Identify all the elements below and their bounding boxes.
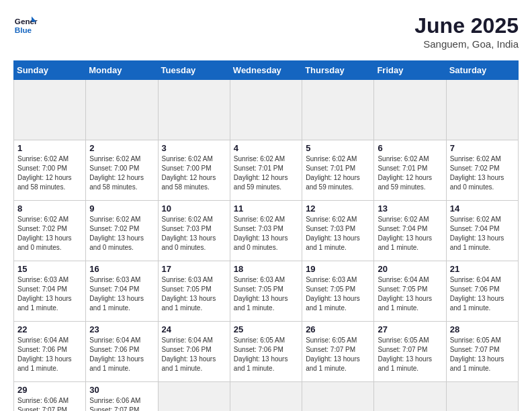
- calendar-day-cell: 19Sunrise: 6:03 AMSunset: 7:05 PMDayligh…: [302, 261, 374, 322]
- calendar-day-cell: 4Sunrise: 6:02 AMSunset: 7:01 PMDaylight…: [230, 140, 302, 201]
- day-detail: Sunrise: 6:02 AMSunset: 7:04 PMDaylight:…: [450, 215, 515, 253]
- calendar-day-cell: [158, 80, 230, 140]
- day-detail: Sunrise: 6:04 AMSunset: 7:06 PMDaylight:…: [450, 275, 515, 313]
- calendar-day-cell: 20Sunrise: 6:04 AMSunset: 7:05 PMDayligh…: [374, 261, 446, 322]
- day-number: 27: [378, 324, 442, 334]
- day-detail: Sunrise: 6:04 AMSunset: 7:05 PMDaylight:…: [378, 275, 442, 313]
- day-detail: Sunrise: 6:02 AMSunset: 7:03 PMDaylight:…: [306, 215, 370, 253]
- day-number: 20: [378, 264, 442, 274]
- day-detail: Sunrise: 6:03 AMSunset: 7:05 PMDaylight:…: [306, 275, 370, 313]
- calendar-day-cell: 7Sunrise: 6:02 AMSunset: 7:02 PMDaylight…: [446, 140, 518, 201]
- day-detail: Sunrise: 6:03 AMSunset: 7:05 PMDaylight:…: [234, 275, 298, 313]
- calendar-day-cell: 14Sunrise: 6:02 AMSunset: 7:04 PMDayligh…: [446, 201, 518, 261]
- title-area: June 2025 Sanguem, Goa, India: [414, 13, 519, 50]
- calendar-day-cell: 13Sunrise: 6:02 AMSunset: 7:04 PMDayligh…: [374, 201, 446, 261]
- calendar-day-cell: 18Sunrise: 6:03 AMSunset: 7:05 PMDayligh…: [230, 261, 302, 322]
- calendar-day-cell: 24Sunrise: 6:04 AMSunset: 7:06 PMDayligh…: [158, 322, 230, 382]
- day-number: 11: [234, 203, 298, 214]
- calendar-day-cell: [158, 382, 230, 412]
- day-of-week-header: Wednesday: [230, 61, 302, 80]
- day-detail: Sunrise: 6:05 AMSunset: 7:07 PMDaylight:…: [450, 336, 515, 373]
- calendar-week-row: 8Sunrise: 6:02 AMSunset: 7:02 PMDaylight…: [14, 201, 519, 261]
- calendar-day-cell: 28Sunrise: 6:05 AMSunset: 7:07 PMDayligh…: [446, 322, 518, 382]
- day-of-week-header: Tuesday: [158, 61, 230, 80]
- day-detail: Sunrise: 6:02 AMSunset: 7:02 PMDaylight:…: [450, 154, 515, 192]
- day-detail: Sunrise: 6:02 AMSunset: 7:00 PMDaylight:…: [162, 154, 226, 192]
- day-number: 15: [17, 264, 82, 274]
- day-number: 25: [234, 324, 298, 334]
- day-of-week-header: Monday: [86, 61, 158, 80]
- calendar-day-cell: 21Sunrise: 6:04 AMSunset: 7:06 PMDayligh…: [446, 261, 518, 322]
- day-number: 1: [17, 143, 82, 153]
- calendar-day-cell: 12Sunrise: 6:02 AMSunset: 7:03 PMDayligh…: [302, 201, 374, 261]
- day-of-week-header: Friday: [374, 61, 446, 80]
- calendar-day-cell: 16Sunrise: 6:03 AMSunset: 7:04 PMDayligh…: [86, 261, 158, 322]
- day-detail: Sunrise: 6:02 AMSunset: 7:03 PMDaylight:…: [162, 215, 226, 253]
- day-detail: Sunrise: 6:02 AMSunset: 7:02 PMDaylight:…: [89, 215, 154, 253]
- calendar-day-cell: [302, 80, 374, 140]
- day-number: 26: [306, 324, 370, 334]
- day-number: 24: [162, 324, 226, 334]
- day-number: 17: [162, 264, 226, 274]
- day-detail: Sunrise: 6:03 AMSunset: 7:05 PMDaylight:…: [162, 275, 226, 313]
- day-number: 21: [450, 264, 515, 274]
- calendar-header-row: SundayMondayTuesdayWednesdayThursdayFrid…: [14, 61, 519, 80]
- calendar-day-cell: 17Sunrise: 6:03 AMSunset: 7:05 PMDayligh…: [158, 261, 230, 322]
- calendar-table: SundayMondayTuesdayWednesdayThursdayFrid…: [13, 60, 519, 411]
- day-number: 4: [234, 143, 298, 153]
- calendar-week-row: 29Sunrise: 6:06 AMSunset: 7:07 PMDayligh…: [14, 382, 519, 412]
- day-detail: Sunrise: 6:03 AMSunset: 7:04 PMDaylight:…: [89, 275, 154, 313]
- day-detail: Sunrise: 6:02 AMSunset: 7:01 PMDaylight:…: [306, 154, 370, 192]
- day-detail: Sunrise: 6:05 AMSunset: 7:06 PMDaylight:…: [234, 336, 298, 373]
- day-number: 18: [234, 264, 298, 274]
- day-detail: Sunrise: 6:04 AMSunset: 7:06 PMDaylight:…: [162, 336, 226, 373]
- calendar-day-cell: [86, 80, 158, 140]
- day-detail: Sunrise: 6:02 AMSunset: 7:02 PMDaylight:…: [17, 215, 82, 253]
- day-detail: Sunrise: 6:03 AMSunset: 7:04 PMDaylight:…: [17, 275, 82, 313]
- calendar-day-cell: 2Sunrise: 6:02 AMSunset: 7:00 PMDaylight…: [86, 140, 158, 201]
- calendar-day-cell: 29Sunrise: 6:06 AMSunset: 7:07 PMDayligh…: [14, 382, 86, 412]
- day-number: 2: [89, 143, 154, 153]
- day-number: 22: [17, 324, 82, 334]
- day-detail: Sunrise: 6:04 AMSunset: 7:06 PMDaylight:…: [17, 336, 82, 373]
- day-of-week-header: Sunday: [14, 61, 86, 80]
- svg-text:Blue: Blue: [15, 26, 32, 34]
- logo-icon: General Blue: [13, 13, 38, 38]
- day-number: 28: [450, 324, 515, 334]
- calendar-day-cell: 23Sunrise: 6:04 AMSunset: 7:06 PMDayligh…: [86, 322, 158, 382]
- day-of-week-header: Saturday: [446, 61, 518, 80]
- calendar-day-cell: 6Sunrise: 6:02 AMSunset: 7:01 PMDaylight…: [374, 140, 446, 201]
- day-detail: Sunrise: 6:06 AMSunset: 7:07 PMDaylight:…: [17, 396, 82, 411]
- day-number: 7: [450, 143, 515, 153]
- page-header: General Blue June 2025 Sanguem, Goa, Ind…: [13, 13, 519, 50]
- day-detail: Sunrise: 6:02 AMSunset: 7:00 PMDaylight:…: [17, 154, 82, 192]
- calendar-day-cell: [230, 80, 302, 140]
- calendar-day-cell: 10Sunrise: 6:02 AMSunset: 7:03 PMDayligh…: [158, 201, 230, 261]
- day-detail: Sunrise: 6:02 AMSunset: 7:01 PMDaylight:…: [378, 154, 442, 192]
- day-detail: Sunrise: 6:05 AMSunset: 7:07 PMDaylight:…: [306, 336, 370, 373]
- day-number: 19: [306, 264, 370, 274]
- subtitle: Sanguem, Goa, India: [414, 38, 519, 50]
- month-title: June 2025: [414, 13, 519, 38]
- calendar-day-cell: 15Sunrise: 6:03 AMSunset: 7:04 PMDayligh…: [14, 261, 86, 322]
- day-number: 14: [450, 203, 515, 214]
- calendar-day-cell: 30Sunrise: 6:06 AMSunset: 7:07 PMDayligh…: [86, 382, 158, 412]
- calendar-week-row: 22Sunrise: 6:04 AMSunset: 7:06 PMDayligh…: [14, 322, 519, 382]
- calendar-day-cell: 3Sunrise: 6:02 AMSunset: 7:00 PMDaylight…: [158, 140, 230, 201]
- day-number: 13: [378, 203, 442, 214]
- calendar-day-cell: [374, 382, 446, 412]
- calendar-week-row: 1Sunrise: 6:02 AMSunset: 7:00 PMDaylight…: [14, 140, 519, 201]
- day-detail: Sunrise: 6:02 AMSunset: 7:03 PMDaylight:…: [234, 215, 298, 253]
- day-number: 8: [17, 203, 82, 214]
- day-number: 30: [89, 385, 154, 395]
- day-number: 23: [89, 324, 154, 334]
- calendar-day-cell: 11Sunrise: 6:02 AMSunset: 7:03 PMDayligh…: [230, 201, 302, 261]
- calendar-day-cell: 27Sunrise: 6:05 AMSunset: 7:07 PMDayligh…: [374, 322, 446, 382]
- calendar-week-row: 15Sunrise: 6:03 AMSunset: 7:04 PMDayligh…: [14, 261, 519, 322]
- day-number: 16: [89, 264, 154, 274]
- calendar-day-cell: [446, 382, 518, 412]
- day-detail: Sunrise: 6:02 AMSunset: 7:00 PMDaylight:…: [89, 154, 154, 192]
- calendar-day-cell: [14, 80, 86, 140]
- day-number: 9: [89, 203, 154, 214]
- day-number: 3: [162, 143, 226, 153]
